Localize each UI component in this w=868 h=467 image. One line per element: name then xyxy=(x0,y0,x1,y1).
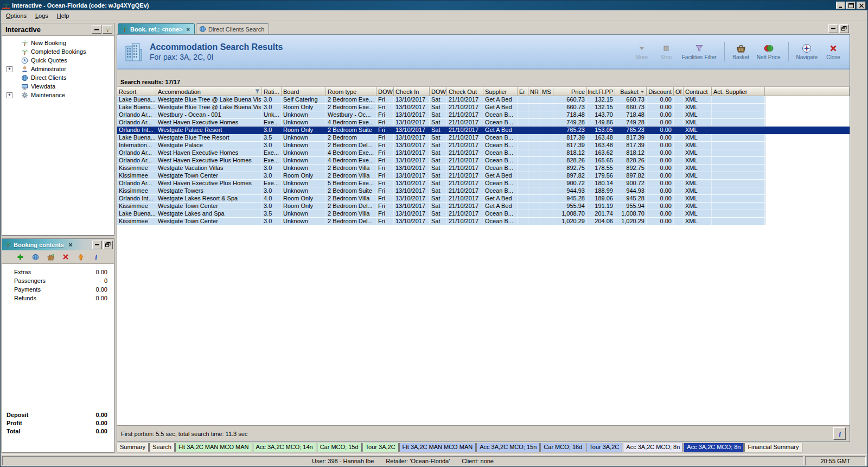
tab-direct-clients-search[interactable]: Direct Clients Search xyxy=(196,23,269,34)
basket-button[interactable]: Basket xyxy=(730,42,752,61)
table-row[interactable]: Lake Buena...Westgate Blue Tree Resort3.… xyxy=(117,134,850,142)
bottom-tab-acc-3a-2c-mco-15n[interactable]: Acc 3A,2C MCO; 15n xyxy=(476,443,540,452)
bottom-tab-search[interactable]: Search xyxy=(149,443,175,452)
child-minimize-button[interactable] xyxy=(828,24,838,33)
table-row[interactable]: Orlando Int...Westgate Palace Resort3.0R… xyxy=(117,127,850,134)
column-header-resort[interactable]: Resort xyxy=(117,87,156,96)
cell-supplier: Ocean B... xyxy=(483,149,518,157)
menu-item-options[interactable]: Options xyxy=(2,11,31,21)
column-header-act-supplier[interactable]: Act. Supplier xyxy=(712,87,765,96)
window-close-button[interactable] xyxy=(857,2,866,9)
bottom-tab-acc-3a-2c-mco-8n[interactable]: Acc 3A,2C MCO; 8n xyxy=(684,443,744,452)
booking-minimize-button[interactable] xyxy=(92,241,102,249)
column-header-of[interactable]: Of xyxy=(674,87,684,96)
column-header-price[interactable]: Price xyxy=(553,87,587,96)
booking-contents-titlebar[interactable]: Booking contents × xyxy=(2,239,114,250)
column-header-contract[interactable]: Contract xyxy=(684,87,712,96)
column-header-dow[interactable]: DOW xyxy=(376,87,394,96)
bottom-tab-financial-summary[interactable]: Financial Summary xyxy=(744,443,802,452)
window-minimize-button[interactable] xyxy=(836,2,845,9)
column-header-label: Basket xyxy=(620,89,639,95)
facilities-filter-button[interactable]: Facilities Filter xyxy=(680,42,719,61)
column-header-accommodation[interactable]: Accommodation xyxy=(156,87,262,96)
table-row[interactable]: Lake Buena...Westgate Lakes and Spa3.5Un… xyxy=(117,210,850,218)
close-button[interactable]: Close xyxy=(822,42,844,61)
bottom-tab-flt-3a-2c-man-mco-man[interactable]: Flt 3A,2C MAN MCO MAN xyxy=(399,443,476,452)
table-row[interactable]: KissimmeeWestgate Vacation Villas3.0Unkn… xyxy=(117,165,850,172)
sidebar-item-administrator[interactable]: +Administrator xyxy=(2,65,114,73)
info-button[interactable]: i xyxy=(91,251,101,262)
table-row[interactable]: Orlando Ar...West Haven Executive Plus H… xyxy=(117,180,850,187)
booking-close-icon[interactable]: × xyxy=(67,241,74,249)
bottom-tab-car-mco-16d[interactable]: Car MCO; 16d xyxy=(540,443,585,452)
column-header-check-out[interactable]: Check Out xyxy=(447,87,483,96)
title-bar[interactable]: Interactive - Ocean-Florida (code: wJg4X… xyxy=(1,1,867,10)
column-header-basket[interactable]: Basket xyxy=(615,87,647,96)
table-row[interactable]: KissimmeeWestgate Towers3.0Unknown2 Bedr… xyxy=(117,187,850,195)
window-maximize-button[interactable] xyxy=(846,2,856,9)
cell-rating: 3.5 xyxy=(262,134,282,142)
sidebar-item-new-booking[interactable]: New Booking xyxy=(2,39,114,47)
table-row[interactable]: Orlando Ar...Westbury - Ocean - 001Unk..… xyxy=(117,111,850,119)
table-row[interactable]: KissimmeeWestgate Town Center3.0Room Onl… xyxy=(117,203,850,210)
upload-button[interactable] xyxy=(75,251,86,262)
cell-price: 818.12 xyxy=(553,149,587,157)
sidebar-pin-button[interactable] xyxy=(103,25,112,34)
booking-restore-button[interactable] xyxy=(103,241,113,249)
bottom-tab-acc-3a-2c-mco-8n[interactable]: Acc 3A,2C MCO; 8n xyxy=(623,443,683,452)
cell-check_out: 21/10/2017 xyxy=(447,142,483,149)
sidebar-item-completed-bookings[interactable]: Completed Bookings xyxy=(2,47,114,56)
table-row[interactable]: Orlando Ar...West Haven Executive HomesE… xyxy=(117,149,850,157)
cell-nr xyxy=(528,149,540,157)
column-header-supplier[interactable]: Supplier xyxy=(483,87,518,96)
column-header-dow[interactable]: DOW xyxy=(430,87,447,96)
column-header-ms[interactable]: MS xyxy=(540,87,553,96)
globe-button[interactable] xyxy=(30,251,41,262)
table-row[interactable]: Orlando Ar...West Haven Executive Plus H… xyxy=(117,157,850,165)
navigate-button[interactable]: Navigate xyxy=(794,42,820,61)
column-header-nr[interactable]: NR xyxy=(528,87,540,96)
svg-text:i: i xyxy=(839,430,841,438)
delete-button[interactable] xyxy=(60,251,71,262)
sidebar-item-quick-quotes[interactable]: Quick Quotes xyxy=(2,56,114,65)
column-header-rati[interactable]: Rati... xyxy=(262,87,282,96)
column-header-discount[interactable]: Discount xyxy=(647,87,674,96)
table-row[interactable]: Orlando Int...Westgate Lakes Resort & Sp… xyxy=(117,195,850,203)
bottom-tab-car-mco-15d[interactable]: Car MCO; 15d xyxy=(317,443,362,452)
table-row[interactable]: Lake Buena...Westgate Blue Tree @ Lake B… xyxy=(117,104,850,111)
basket-add-button[interactable] xyxy=(45,251,56,262)
column-header-er[interactable]: Er xyxy=(518,87,528,96)
column-header-check-in[interactable]: Check In xyxy=(394,87,430,96)
sidebar-collapse-button[interactable] xyxy=(92,25,101,34)
expand-icon[interactable]: + xyxy=(7,66,12,72)
info-button[interactable]: i xyxy=(833,427,846,440)
bottom-tab-acc-3a-2c-mco-14n[interactable]: Acc 3A,2C MCO; 14n xyxy=(253,443,316,452)
cell-incl_fl_pp: 163.48 xyxy=(587,142,615,149)
nett-price-button[interactable]: Nett Price xyxy=(755,42,783,61)
table-row[interactable]: KissimmeeWestgate Town Center3.0Unknown2… xyxy=(117,218,850,225)
column-header-board[interactable]: Board xyxy=(282,87,326,96)
sidebar-item-direct-clients[interactable]: Direct Clients xyxy=(2,73,114,82)
table-row[interactable]: KissimmeeWestgate Town Center3.0Room Onl… xyxy=(117,172,850,180)
table-row[interactable]: Lake Buena...Westgate Blue Tree @ Lake B… xyxy=(117,96,850,104)
results-count-bar: Search results: 17/17 xyxy=(117,77,850,87)
add-button[interactable] xyxy=(15,251,25,262)
sidebar-item-viewdata[interactable]: Viewdata xyxy=(2,82,114,91)
expand-icon[interactable]: + xyxy=(7,92,12,98)
menu-item-logs[interactable]: Logs xyxy=(31,11,53,21)
menu-item-help[interactable]: Help xyxy=(53,11,74,21)
tab-book-ref-none[interactable]: Book. ref.: <none>× xyxy=(118,23,195,34)
column-header-incl-fl-pp[interactable]: Incl.Fl.PP xyxy=(587,87,615,96)
sidebar-item-maintenance[interactable]: +Maintenance xyxy=(2,91,114,99)
bottom-tab-tour-3a-2c[interactable]: Tour 3A,2C xyxy=(586,443,622,452)
bottom-tab-summary[interactable]: Summary xyxy=(117,443,149,452)
table-row[interactable]: Orlando Ar...West Haven Executive HomesE… xyxy=(117,119,850,127)
child-restore-button[interactable] xyxy=(839,24,849,33)
tab-close-icon[interactable]: × xyxy=(187,26,190,33)
bottom-tab-tour-3a-2c[interactable]: Tour 3A,2C xyxy=(362,443,399,452)
column-header-room-type[interactable]: Room type xyxy=(326,87,376,96)
table-row[interactable]: Internation...Westgate Palace3.0Unknown2… xyxy=(117,142,850,149)
bottom-tab-flt-3a-2c-man-mco-man[interactable]: Flt 3A,2C MAN MCO MAN xyxy=(175,443,252,452)
cell-er xyxy=(518,127,528,134)
column-header-filler xyxy=(765,87,850,96)
